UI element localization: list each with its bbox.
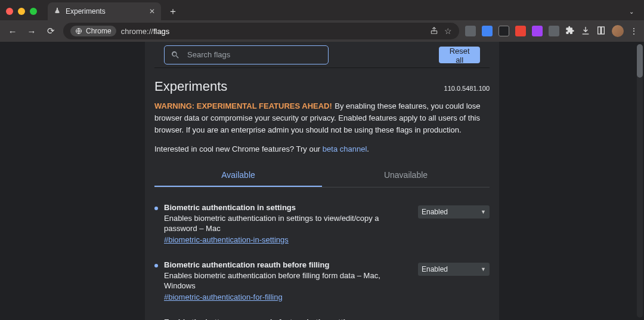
close-tab-button[interactable]: ✕ (149, 7, 155, 16)
reload-button[interactable]: ⟳ (44, 26, 57, 36)
flag-item: Biometric authentication reauth before f… (154, 260, 490, 302)
flag-state-select[interactable]: Enabled ▼ (418, 263, 490, 276)
browser-tab-experiments[interactable]: Experiments ✕ (48, 2, 161, 20)
new-tab-button[interactable]: ＋ (166, 4, 180, 19)
flag-title: Biometric authentication reauth before f… (164, 260, 404, 269)
share-page-icon[interactable] (430, 26, 438, 36)
page-title: Experiments (154, 79, 227, 94)
scrollbar-thumb[interactable] (637, 44, 643, 78)
reading-list-icon[interactable] (596, 26, 606, 37)
chrome-menu-button[interactable]: ⋮ (630, 26, 638, 36)
flag-desc: Enables biometric authentication in sett… (164, 213, 404, 234)
tab-strip: Experiments ✕ ＋ ⌄ (0, 0, 644, 20)
extension-icon-4[interactable] (515, 26, 526, 36)
flag-anchor[interactable]: #biometric-authentication-in-settings (164, 235, 289, 244)
search-flags-box[interactable] (164, 45, 329, 64)
flag-state-select[interactable]: Enabled ▼ (418, 205, 490, 219)
chevron-down-icon: ▼ (481, 266, 486, 272)
profile-avatar[interactable] (612, 25, 624, 37)
flag-state-value: Enabled (422, 208, 448, 216)
forward-button[interactable]: → (25, 26, 38, 36)
extension-icon-5[interactable] (532, 26, 543, 36)
chevron-down-icon: ▼ (481, 209, 486, 215)
back-button[interactable]: ← (6, 26, 19, 36)
flag-anchor[interactable]: #biometric-authentication-for-filling (164, 293, 283, 301)
extension-icons: ⋮ (465, 25, 638, 37)
downloads-icon[interactable] (581, 26, 590, 37)
flag-item: Biometric authentication in settings Ena… (154, 203, 490, 245)
svg-rect-3 (602, 27, 605, 34)
flag-desc: Enables biometric authentication before … (164, 270, 404, 291)
flag-title: Enable the battery saver mode feature in… (164, 318, 404, 320)
maximize-window-button[interactable] (30, 8, 37, 15)
browser-toolbar: ← → ⟳ Chrome chrome://flags ☆ (0, 20, 644, 42)
search-flags-input[interactable] (186, 50, 322, 60)
flag-state-value: Enabled (422, 265, 448, 273)
extension-icon-2[interactable] (482, 26, 493, 36)
browser-tab-title: Experiments (66, 7, 106, 16)
extension-icon-1[interactable] (465, 26, 476, 36)
tab-overflow-button[interactable]: ⌄ (625, 5, 638, 18)
flag-title: Biometric authentication in settings (164, 203, 404, 212)
extension-icon-3[interactable] (499, 26, 509, 36)
modified-dot-icon (154, 207, 158, 210)
modified-dot-icon (154, 264, 158, 267)
beta-channel-link[interactable]: beta channel (323, 144, 367, 153)
page-viewport: Reset all Experiments 110.0.5481.100 WAR… (0, 42, 644, 320)
svg-rect-2 (598, 27, 601, 34)
scrollbar-track[interactable] (637, 44, 643, 318)
reset-all-button[interactable]: Reset all (439, 47, 480, 63)
close-window-button[interactable] (6, 8, 13, 15)
bookmark-star-icon[interactable]: ☆ (444, 26, 452, 36)
extensions-puzzle-icon[interactable] (565, 26, 575, 37)
window-controls (6, 8, 37, 15)
flags-panel: Reset all Experiments 110.0.5481.100 WAR… (145, 42, 499, 320)
extension-icon-6[interactable] (549, 26, 559, 36)
search-row: Reset all (154, 42, 490, 68)
site-info-label: Chrome (86, 27, 112, 35)
site-info-pill[interactable]: Chrome (70, 26, 116, 36)
flag-item: Enable the battery saver mode feature in… (154, 318, 490, 320)
tab-unavailable[interactable]: Unavailable (322, 164, 490, 187)
tab-available[interactable]: Available (154, 164, 322, 187)
warning-label: WARNING: EXPERIMENTAL FEATURES AHEAD! (154, 101, 332, 110)
omnibox[interactable]: Chrome chrome://flags ☆ (63, 23, 459, 39)
flags-tabs: Available Unavailable (154, 164, 490, 187)
chrome-version: 110.0.5481.100 (444, 85, 490, 92)
beta-channel-paragraph: Interested in cool new Chrome features? … (154, 144, 490, 153)
omnibox-url: chrome://flags (121, 27, 170, 36)
minimize-window-button[interactable] (18, 8, 25, 15)
flask-icon (54, 7, 61, 16)
search-icon (171, 50, 180, 60)
